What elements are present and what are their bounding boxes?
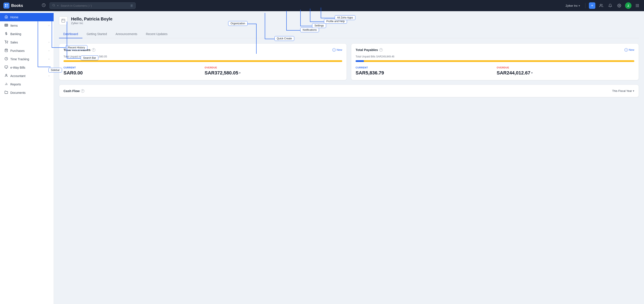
overdue-label: OVERDUE bbox=[497, 66, 634, 69]
main-content: Hello, Patricia Boyle Zylker Inc Dashboa… bbox=[54, 11, 644, 304]
receivables-subtitle: Total Unpaid Invoices SAR372,580.05 bbox=[64, 55, 342, 58]
svg-rect-12 bbox=[636, 5, 636, 6]
all-zoho-apps-button[interactable] bbox=[634, 2, 640, 9]
fiscal-year-selector[interactable]: This Fiscal Year ▾ bbox=[612, 89, 634, 92]
sidebar-item-accountant[interactable]: Accountant › bbox=[0, 72, 54, 80]
app-logo[interactable]: Books bbox=[4, 2, 38, 8]
sidebar-item-label: Items bbox=[10, 24, 18, 27]
svg-rect-11 bbox=[638, 4, 639, 5]
sidebar-item-documents[interactable]: Documents bbox=[0, 88, 54, 97]
chevron-right-icon: › bbox=[49, 75, 49, 77]
receivables-card: Total Receivables ? + New Total Unpaid I… bbox=[59, 43, 347, 80]
org-chevron-icon: ▾ bbox=[578, 4, 580, 7]
tab-recent-updates[interactable]: Recent Updates bbox=[142, 30, 172, 38]
sidebar-item-label: Purchases bbox=[10, 49, 24, 52]
svg-rect-14 bbox=[638, 5, 639, 6]
layout: Home Items › Banking bbox=[0, 0, 644, 304]
overdue-label: OVERDUE bbox=[205, 66, 342, 69]
current-label: CURRENT bbox=[356, 66, 493, 69]
svg-rect-15 bbox=[636, 6, 636, 7]
sidebar: Home Items › Banking bbox=[0, 11, 54, 304]
cashflow-card: Cash Flow ? This Fiscal Year ▾ bbox=[59, 84, 639, 97]
chevron-right-icon: › bbox=[49, 49, 49, 52]
payables-overdue: OVERDUE SAR244,012.67 ▾ bbox=[497, 66, 634, 76]
sidebar-item-home[interactable]: Home bbox=[0, 13, 54, 21]
avatar[interactable]: Z bbox=[625, 2, 632, 9]
sidebar-item-label: Reports bbox=[10, 83, 21, 86]
receivables-current: CURRENT SAR0.00 bbox=[64, 66, 201, 76]
sidebar-item-banking[interactable]: Banking bbox=[0, 30, 54, 38]
home-icon bbox=[4, 15, 8, 19]
purchases-icon bbox=[4, 49, 8, 53]
quick-create-button[interactable]: + bbox=[589, 2, 595, 9]
svg-rect-10 bbox=[637, 4, 638, 5]
welcome-header: Hello, Patricia Boyle Zylker Inc bbox=[59, 16, 639, 25]
svg-rect-16 bbox=[637, 6, 638, 7]
cards-row: Total Receivables ? + New Total Unpaid I… bbox=[59, 43, 639, 80]
sidebar-item-label: Documents bbox=[10, 91, 26, 94]
settings-button[interactable] bbox=[616, 2, 622, 9]
dropdown-arrow-icon[interactable]: ▾ bbox=[531, 71, 532, 74]
search-input[interactable] bbox=[61, 4, 129, 7]
sidebar-item-sales[interactable]: Sales › bbox=[0, 38, 54, 46]
svg-point-8 bbox=[619, 5, 620, 6]
cashflow-help-icon[interactable]: ? bbox=[81, 89, 84, 93]
payables-help-icon[interactable]: ? bbox=[379, 48, 383, 52]
receivables-help-icon[interactable]: ? bbox=[92, 48, 95, 52]
welcome-text: Hello, Patricia Boyle Zylker Inc bbox=[71, 16, 112, 25]
sidebar-item-eway-bills[interactable]: e-Way Bills bbox=[0, 63, 54, 72]
payables-new-button[interactable]: + New bbox=[624, 48, 634, 52]
navbar: Books ▾ / Zylker Inc ▾ + bbox=[0, 0, 644, 11]
notifications-button[interactable] bbox=[607, 2, 614, 9]
dropdown-arrow-icon[interactable]: ▾ bbox=[239, 71, 240, 74]
svg-rect-24 bbox=[5, 66, 8, 68]
svg-point-7 bbox=[600, 4, 602, 5]
fiscal-year-chevron-icon: ▾ bbox=[633, 89, 634, 92]
org-name: Zylker Inc bbox=[566, 4, 578, 7]
svg-rect-3 bbox=[7, 6, 8, 7]
overdue-value: SAR244,012.67 ▾ bbox=[497, 70, 634, 76]
tab-dashboard[interactable]: Dashboard bbox=[59, 30, 82, 38]
svg-rect-9 bbox=[636, 4, 636, 5]
payables-subtitle: Total Unpaid Bills SAR249,849.46 bbox=[356, 55, 634, 58]
chevron-right-icon: › bbox=[49, 41, 49, 43]
sidebar-item-items[interactable]: Items › bbox=[0, 21, 54, 30]
tab-getting-started[interactable]: Getting Started bbox=[82, 30, 111, 38]
sidebar-item-label: e-Way Bills bbox=[10, 66, 26, 69]
current-value: SAR5,836.79 bbox=[356, 70, 493, 76]
chevron-right-icon: › bbox=[49, 24, 49, 27]
payables-progress-fill bbox=[356, 60, 364, 62]
receivables-overdue: OVERDUE SAR372,580.05 ▾ bbox=[205, 66, 342, 76]
eway-bills-icon bbox=[4, 65, 8, 69]
svg-rect-0 bbox=[5, 4, 6, 5]
app-name: Books bbox=[11, 3, 23, 8]
org-selector[interactable]: Zylker Inc ▾ bbox=[564, 3, 582, 8]
sidebar-item-time-tracking[interactable]: Time Tracking › bbox=[0, 55, 54, 63]
time-tracking-icon bbox=[4, 57, 8, 61]
documents-icon bbox=[4, 91, 8, 95]
current-value: SAR0.00 bbox=[64, 70, 201, 76]
svg-line-6 bbox=[54, 6, 55, 6]
history-button[interactable] bbox=[40, 2, 47, 9]
sidebar-item-purchases[interactable]: Purchases › bbox=[0, 46, 54, 55]
overdue-value: SAR372,580.05 ▾ bbox=[205, 70, 342, 76]
banking-icon bbox=[4, 32, 8, 36]
tab-announcements[interactable]: Announcements bbox=[111, 30, 142, 38]
search-bar[interactable]: ▾ / bbox=[50, 2, 136, 9]
reports-icon bbox=[4, 82, 8, 86]
payables-progress bbox=[356, 60, 634, 62]
svg-rect-31 bbox=[62, 19, 65, 22]
current-label: CURRENT bbox=[64, 66, 201, 69]
payables-title: Total Payables ? bbox=[356, 48, 383, 52]
svg-point-27 bbox=[6, 74, 7, 75]
receivables-title: Total Receivables ? bbox=[64, 48, 95, 52]
contacts-button[interactable] bbox=[598, 2, 604, 9]
sidebar-item-label: Accountant bbox=[10, 74, 26, 78]
receivables-new-button[interactable]: + New bbox=[332, 48, 342, 52]
sidebar-item-reports[interactable]: Reports bbox=[0, 80, 54, 88]
payables-card: Total Payables ? + New Total Unpaid Bill… bbox=[351, 43, 639, 80]
svg-rect-13 bbox=[637, 5, 638, 6]
search-icon bbox=[52, 4, 55, 7]
plus-icon: + bbox=[624, 48, 628, 52]
navbar-divider bbox=[585, 3, 586, 8]
